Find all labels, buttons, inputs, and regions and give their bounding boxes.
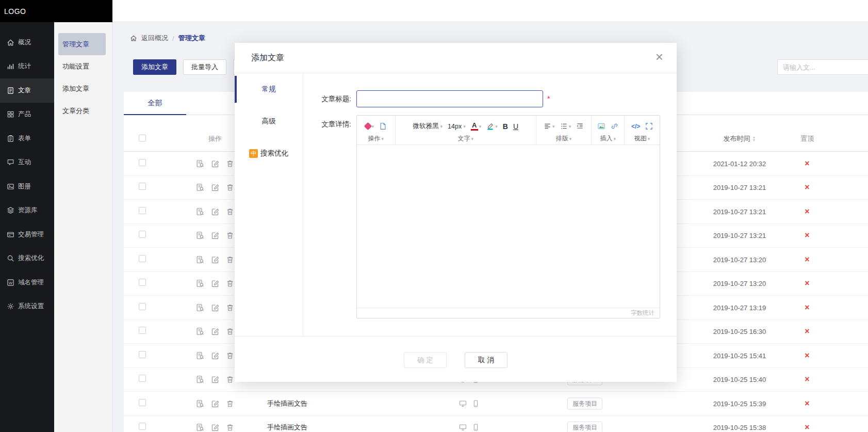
confirm-button[interactable]: 确 定 bbox=[404, 352, 447, 368]
preview-icon[interactable] bbox=[196, 207, 204, 216]
pinned-status[interactable]: × bbox=[797, 255, 817, 264]
edit-icon[interactable] bbox=[211, 423, 219, 431]
header-publish-time[interactable]: 发布时间 ▲▼ bbox=[706, 134, 774, 143]
preview-icon[interactable] bbox=[196, 375, 204, 383]
sidebar-item-seo[interactable]: 搜索优化 bbox=[0, 247, 54, 271]
delete-icon[interactable] bbox=[226, 183, 234, 191]
row-title[interactable]: 手绘插画文告 bbox=[267, 423, 307, 432]
submenu-item-3[interactable]: 文章分类 bbox=[54, 100, 112, 122]
indent-icon[interactable] bbox=[576, 122, 584, 130]
pinned-status[interactable]: × bbox=[797, 327, 817, 336]
group-label-operation[interactable]: 操作▾ bbox=[357, 134, 395, 143]
edit-icon[interactable] bbox=[211, 159, 219, 168]
preview-icon[interactable] bbox=[196, 399, 204, 408]
pinned-status[interactable]: × bbox=[797, 375, 817, 384]
delete-icon[interactable] bbox=[226, 375, 234, 383]
edit-icon[interactable] bbox=[211, 279, 219, 287]
row-checkbox[interactable] bbox=[139, 375, 146, 382]
font-size-select[interactable]: 14px▾ bbox=[448, 123, 466, 130]
sidebar-item-album[interactable]: 图册 bbox=[0, 174, 54, 199]
image-icon[interactable] bbox=[597, 122, 605, 130]
font-color-icon[interactable]: A ▾ bbox=[471, 122, 482, 131]
article-title-input[interactable] bbox=[356, 90, 543, 107]
preview-icon[interactable] bbox=[196, 327, 204, 335]
sidebar-item-resource[interactable]: 资源库 bbox=[0, 199, 54, 223]
row-checkbox[interactable] bbox=[139, 327, 146, 334]
group-label-view[interactable]: 视图▾ bbox=[625, 134, 660, 143]
sidebar-item-trade[interactable]: 交易管理 bbox=[0, 222, 54, 247]
preview-icon[interactable] bbox=[196, 351, 204, 360]
preview-icon[interactable] bbox=[196, 231, 204, 239]
breadcrumb-back[interactable]: 返回概况 bbox=[141, 34, 168, 43]
row-checkbox[interactable] bbox=[139, 399, 146, 406]
submenu-item-2[interactable]: 添加文章 bbox=[54, 77, 112, 100]
bold-button[interactable]: B bbox=[503, 122, 508, 131]
edit-icon[interactable] bbox=[211, 399, 219, 408]
batch-import-button[interactable]: 批量导入 bbox=[183, 59, 226, 75]
delete-icon[interactable] bbox=[226, 255, 234, 264]
bg-color-icon[interactable]: ▾ bbox=[486, 122, 498, 130]
pinned-status[interactable]: × bbox=[797, 231, 817, 240]
delete-icon[interactable] bbox=[226, 399, 234, 408]
preview-icon[interactable] bbox=[196, 303, 204, 312]
edit-icon[interactable] bbox=[211, 255, 219, 264]
row-checkbox[interactable] bbox=[139, 159, 146, 166]
submenu-item-0[interactable]: 管理文章 bbox=[58, 33, 106, 55]
pinned-status[interactable]: × bbox=[797, 351, 817, 360]
sidebar-item-product[interactable]: 产品 bbox=[0, 103, 54, 127]
preview-icon[interactable] bbox=[196, 255, 204, 264]
edit-icon[interactable] bbox=[211, 207, 219, 216]
close-icon[interactable]: × bbox=[656, 50, 663, 63]
edit-icon[interactable] bbox=[211, 375, 219, 383]
pinned-status[interactable]: × bbox=[797, 183, 817, 192]
sidebar-item-home[interactable]: 概况 bbox=[0, 30, 54, 55]
align-icon[interactable]: ▾ bbox=[544, 122, 555, 130]
pinned-status[interactable]: × bbox=[797, 423, 817, 432]
row-checkbox[interactable] bbox=[139, 351, 146, 358]
font-family-select[interactable]: 微软雅黑▾ bbox=[413, 122, 443, 131]
edit-icon[interactable] bbox=[211, 303, 219, 312]
delete-icon[interactable] bbox=[226, 231, 234, 239]
edit-icon[interactable] bbox=[211, 183, 219, 191]
delete-icon[interactable] bbox=[226, 159, 234, 168]
pinned-status[interactable]: × bbox=[797, 303, 817, 312]
sidebar-item-domain[interactable]: W域名管理 bbox=[0, 270, 54, 295]
modal-tab-advanced[interactable]: 高级 bbox=[235, 105, 303, 137]
modal-tab-general[interactable]: 常规 bbox=[235, 73, 303, 105]
pinned-status[interactable]: × bbox=[797, 207, 817, 216]
row-checkbox[interactable] bbox=[139, 231, 146, 238]
sort-icon[interactable]: ▲▼ bbox=[752, 136, 756, 142]
pinned-status[interactable]: × bbox=[797, 159, 817, 168]
row-checkbox[interactable] bbox=[139, 183, 146, 190]
pinned-status[interactable]: × bbox=[797, 399, 817, 408]
select-all-checkbox[interactable] bbox=[139, 135, 146, 142]
row-checkbox[interactable] bbox=[139, 423, 146, 430]
edit-icon[interactable] bbox=[211, 327, 219, 335]
row-title[interactable]: 手绘插画文告 bbox=[267, 399, 307, 408]
edit-icon[interactable] bbox=[211, 351, 219, 360]
underline-button[interactable]: U bbox=[513, 122, 518, 131]
add-article-button[interactable]: 添加文章 bbox=[133, 59, 176, 75]
group-label-text[interactable]: 文字▾ bbox=[396, 134, 536, 143]
editor-content[interactable] bbox=[357, 145, 660, 308]
group-label-insert[interactable]: 插入▾ bbox=[592, 134, 624, 143]
sidebar-item-stats[interactable]: 统计 bbox=[0, 55, 54, 79]
preview-icon[interactable] bbox=[196, 159, 204, 168]
delete-icon[interactable] bbox=[226, 327, 234, 335]
group-label-layout[interactable]: 排版▾ bbox=[536, 134, 592, 143]
row-checkbox[interactable] bbox=[139, 303, 146, 310]
sidebar-item-article[interactable]: 文章 bbox=[0, 78, 54, 103]
link-icon[interactable] bbox=[611, 122, 618, 130]
cancel-button[interactable]: 取 消 bbox=[465, 352, 507, 368]
delete-icon[interactable] bbox=[226, 207, 234, 216]
sidebar-item-settings[interactable]: 系统设置 bbox=[0, 295, 54, 319]
search-input[interactable] bbox=[777, 59, 868, 75]
edit-icon[interactable] bbox=[211, 231, 219, 239]
preview-icon[interactable] bbox=[196, 279, 204, 287]
row-checkbox[interactable] bbox=[139, 207, 146, 214]
tab-all[interactable]: 全部 bbox=[124, 92, 186, 115]
preview-icon[interactable] bbox=[196, 183, 204, 191]
document-icon[interactable] bbox=[379, 122, 387, 130]
fullscreen-icon[interactable] bbox=[645, 122, 653, 130]
sidebar-item-interact[interactable]: 互动 bbox=[0, 151, 54, 175]
